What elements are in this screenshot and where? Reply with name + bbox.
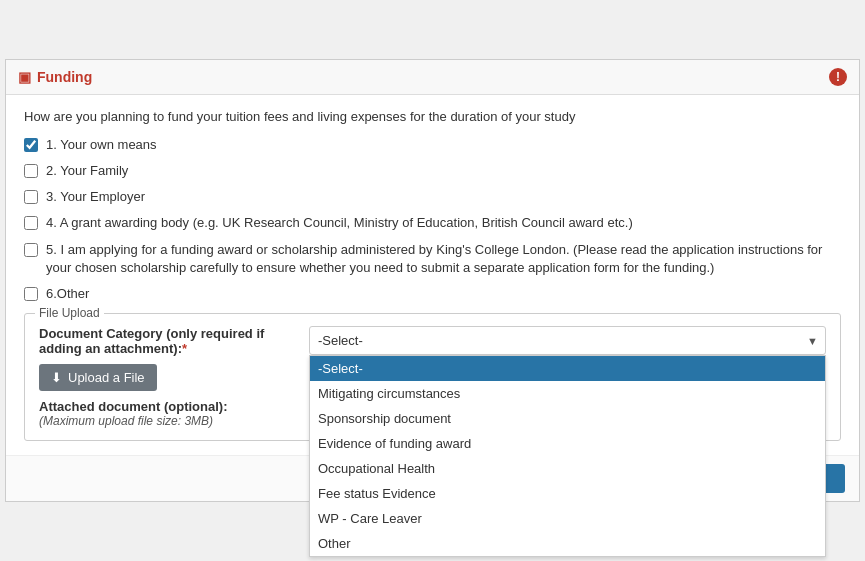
upload-icon: ⬇ bbox=[51, 370, 62, 385]
checkbox-scholarship[interactable] bbox=[24, 243, 38, 257]
file-upload-label-col: Document Category (only required if addi… bbox=[39, 326, 299, 428]
dropdown-open: -Select- Mitigating circumstances Sponso… bbox=[309, 355, 826, 557]
checkbox-grant[interactable] bbox=[24, 216, 38, 230]
file-upload-legend: File Upload bbox=[35, 306, 104, 320]
section-title-text: Funding bbox=[37, 69, 92, 85]
file-upload-box: File Upload Document Category (only requ… bbox=[24, 313, 841, 441]
checkbox-item-4: 4. A grant awarding body (e.g. UK Resear… bbox=[24, 214, 841, 232]
checkbox-label-6[interactable]: 6.Other bbox=[46, 285, 89, 303]
checkbox-item-3: 3. Your Employer bbox=[24, 188, 841, 206]
checkbox-other[interactable] bbox=[24, 287, 38, 301]
checkbox-label-5[interactable]: 5. I am applying for a funding award or … bbox=[46, 241, 841, 277]
question-text: How are you planning to fund your tuitio… bbox=[24, 109, 841, 124]
checkbox-label-1[interactable]: 1. Your own means bbox=[46, 136, 157, 154]
dropdown-option-mitigating[interactable]: Mitigating circumstances bbox=[310, 381, 825, 406]
upload-btn-label: Upload a File bbox=[68, 370, 145, 385]
checkbox-family[interactable] bbox=[24, 164, 38, 178]
checkbox-item-2: 2. Your Family bbox=[24, 162, 841, 180]
checkbox-item-1: 1. Your own means bbox=[24, 136, 841, 154]
alert-icon: ! bbox=[829, 68, 847, 86]
file-upload-row: Document Category (only required if addi… bbox=[39, 326, 826, 428]
checkbox-item-6: 6.Other bbox=[24, 285, 841, 303]
select-wrapper: -Select- Mitigating circumstances Sponso… bbox=[309, 326, 826, 355]
funding-icon: ▣ bbox=[18, 69, 31, 85]
funding-section: ▣ Funding ! How are you planning to fund… bbox=[5, 59, 860, 502]
dropdown-option-select[interactable]: -Select- bbox=[310, 356, 825, 381]
section-title: ▣ Funding bbox=[18, 69, 92, 85]
attached-label: Attached document (optional): bbox=[39, 399, 299, 414]
dropdown-option-other[interactable]: Other bbox=[310, 531, 825, 556]
doc-category-label: Document Category (only required if addi… bbox=[39, 326, 299, 356]
select-col: -Select- Mitigating circumstances Sponso… bbox=[309, 326, 826, 355]
dropdown-option-occupational[interactable]: Occupational Health bbox=[310, 456, 825, 481]
dropdown-option-care-leaver[interactable]: WP - Care Leaver bbox=[310, 506, 825, 531]
checkbox-item-5: 5. I am applying for a funding award or … bbox=[24, 241, 841, 277]
required-marker: * bbox=[182, 341, 187, 356]
checkbox-label-4[interactable]: 4. A grant awarding body (e.g. UK Resear… bbox=[46, 214, 633, 232]
section-header: ▣ Funding ! bbox=[6, 60, 859, 95]
dropdown-option-evidence[interactable]: Evidence of funding award bbox=[310, 431, 825, 456]
section-body: How are you planning to fund your tuitio… bbox=[6, 95, 859, 455]
checkbox-own-means[interactable] bbox=[24, 138, 38, 152]
checkbox-label-2[interactable]: 2. Your Family bbox=[46, 162, 128, 180]
upload-file-button[interactable]: ⬇ Upload a File bbox=[39, 364, 157, 391]
dropdown-option-fee-status[interactable]: Fee status Evidence bbox=[310, 481, 825, 506]
attached-sub: (Maximum upload file size: 3MB) bbox=[39, 414, 299, 428]
checkbox-employer[interactable] bbox=[24, 190, 38, 204]
document-category-select[interactable]: -Select- Mitigating circumstances Sponso… bbox=[309, 326, 826, 355]
dropdown-option-sponsorship[interactable]: Sponsorship document bbox=[310, 406, 825, 431]
checkbox-label-3[interactable]: 3. Your Employer bbox=[46, 188, 145, 206]
